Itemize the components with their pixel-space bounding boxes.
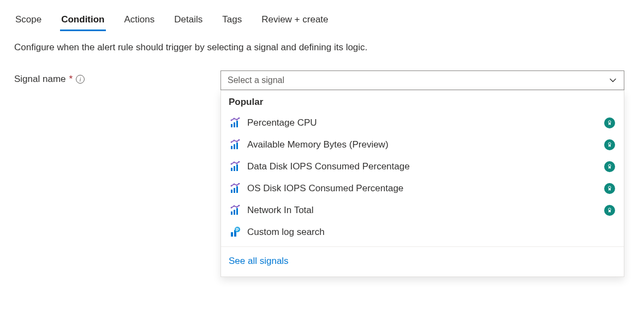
signal-option-label: Data Disk IOPS Consumed Percentage [247,161,598,172]
metric-chart-icon [230,183,241,194]
svg-point-21 [236,163,238,164]
recommended-badge-icon [604,161,615,172]
svg-rect-0 [231,124,232,127]
label-text: Signal name [14,74,66,85]
recommended-badge-icon [604,205,615,216]
signal-option[interactable]: Data Disk IOPS Consumed Percentage [221,156,624,178]
page-description: Configure when the alert rule should tri… [14,42,630,53]
svg-point-23 [609,164,611,167]
tab-review-create[interactable]: Review + create [260,11,329,31]
svg-point-3 [231,120,232,121]
svg-point-7 [609,121,611,123]
metric-chart-icon [230,117,241,128]
signal-option-label: Available Memory Bytes (Preview) [247,139,598,150]
signal-option[interactable]: Percentage CPU [221,112,624,134]
signal-option-label: Percentage CPU [247,117,598,128]
svg-point-19 [231,163,232,165]
tab-tags[interactable]: Tags [221,11,243,31]
svg-rect-2 [236,121,238,127]
svg-point-5 [236,119,238,121]
svg-rect-34 [236,208,238,215]
info-icon[interactable]: i [76,75,85,84]
chevron-down-icon [609,76,617,85]
metric-chart-icon [230,139,241,150]
signal-option-label: OS Disk IOPS Consumed Percentage [247,183,598,194]
svg-rect-17 [234,166,235,171]
tab-actions[interactable]: Actions [123,11,156,31]
required-indicator: * [69,74,73,85]
log-search-icon [230,227,241,238]
tab-condition[interactable]: Condition [60,11,105,31]
signal-option-label: Network In Total [247,205,598,216]
svg-point-28 [234,184,235,185]
signal-name-label: Signal name * i [14,70,220,85]
signal-name-field: Signal name * i Select a signal Popular … [14,70,630,90]
svg-point-11 [231,142,232,143]
svg-point-27 [231,185,232,187]
signal-option[interactable]: Custom log search [221,221,624,243]
svg-rect-26 [236,186,238,193]
signal-option[interactable]: OS Disk IOPS Consumed Percentage [221,178,624,199]
tab-scope[interactable]: Scope [14,11,43,31]
metric-chart-icon [230,205,241,216]
svg-point-13 [236,141,238,143]
signal-name-combobox[interactable]: Select a signal [220,70,624,90]
svg-rect-40 [231,232,233,237]
recommended-badge-icon [604,139,615,150]
svg-point-12 [234,140,235,142]
svg-point-35 [231,207,232,209]
svg-rect-25 [234,188,235,193]
svg-point-37 [236,207,238,208]
svg-rect-43 [236,229,239,229]
svg-rect-10 [236,143,238,149]
signal-dropdown: Popular Percentage CPU [220,90,624,277]
svg-rect-24 [231,190,232,193]
recommended-badge-icon [604,117,615,128]
signal-option-label: Custom log search [247,227,615,238]
signal-option[interactable]: Network In Total [221,199,624,221]
svg-rect-33 [234,210,235,215]
svg-rect-1 [234,122,235,127]
see-all-signals-link[interactable]: See all signals [229,256,289,266]
svg-point-20 [234,162,235,163]
see-all-container: See all signals [221,246,624,276]
svg-point-31 [609,186,611,189]
combobox-placeholder: Select a signal [228,75,284,85]
tab-details[interactable]: Details [173,11,204,31]
svg-rect-18 [236,164,238,171]
tab-bar: Scope Condition Actions Details Tags Rev… [14,11,630,31]
recommended-badge-icon [604,183,615,194]
svg-rect-8 [231,146,232,149]
svg-rect-45 [236,228,238,228]
svg-rect-44 [236,230,238,231]
svg-point-39 [609,208,611,210]
signal-option[interactable]: Available Memory Bytes (Preview) [221,134,624,156]
svg-rect-16 [231,168,232,171]
dropdown-group-header: Popular [221,90,624,112]
metric-chart-icon [230,161,241,172]
svg-point-29 [236,185,238,186]
svg-rect-9 [234,144,235,149]
svg-rect-32 [231,211,232,215]
svg-point-36 [234,205,235,207]
svg-point-15 [609,143,611,145]
svg-point-4 [234,118,235,120]
